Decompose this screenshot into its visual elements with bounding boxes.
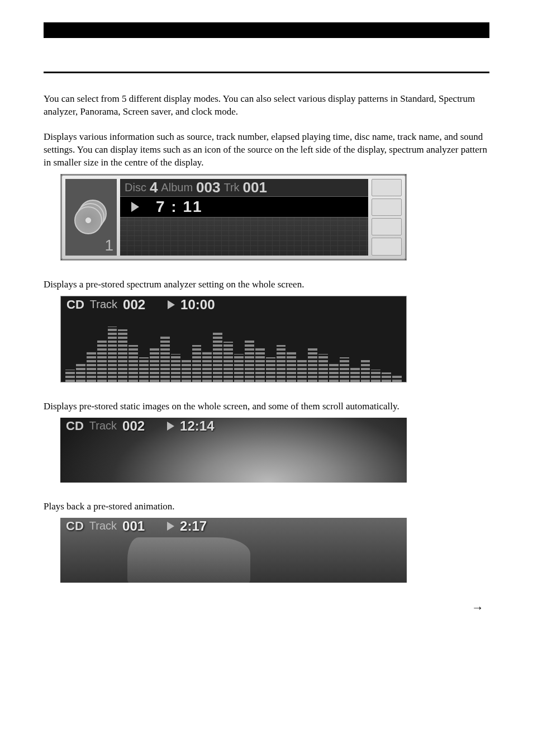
spectrum-info-row: CD Track 002 10:00 — [61, 296, 406, 313]
panorama-source: CD — [66, 419, 84, 433]
trk-label: Trk — [223, 181, 239, 194]
screensaver-desc: Plays back a pre-stored animation. — [44, 500, 489, 513]
album-value: 003 — [196, 179, 220, 196]
continue-arrow-icon: → — [44, 601, 489, 615]
standard-time-row: 7 : 11 — [120, 197, 368, 218]
spectrum-desc: Displays a pre-stored spectrum analyzer … — [44, 278, 489, 291]
panorama-track-value: 002 — [122, 418, 145, 434]
spectrum-source: CD — [66, 297, 84, 312]
cd-stack-icon — [74, 202, 108, 233]
header-black-bar — [44, 22, 489, 38]
trk-value: 001 — [243, 179, 267, 196]
play-icon — [131, 202, 139, 212]
side-box-icon — [372, 218, 402, 235]
screensaver-display-image: CD Track 001 2:17 — [60, 518, 407, 583]
intro-paragraph: You can select from 5 different display … — [44, 93, 489, 119]
album-label: Album — [161, 181, 193, 194]
screensaver-car-graphic — [127, 537, 250, 583]
panorama-display-image: CD Track 002 12:14 — [60, 418, 407, 483]
standard-left-number: 1 — [104, 237, 113, 254]
screensaver-info-row: CD Track 001 2:17 — [60, 518, 407, 535]
panorama-info-row: CD Track 002 12:14 — [60, 418, 407, 434]
standard-info-row: Disc 4 Album 003 Trk 001 — [120, 179, 368, 197]
panorama-desc: Displays pre-stored static images on the… — [44, 400, 489, 413]
play-icon — [168, 300, 175, 309]
side-box-icon — [372, 238, 402, 255]
side-box-icon — [372, 179, 402, 196]
standard-left-panel: 1 — [65, 179, 117, 256]
screensaver-time: 2:17 — [180, 518, 207, 534]
spectrum-bars — [61, 320, 406, 382]
standard-car-graphic — [120, 218, 368, 256]
play-icon — [167, 522, 174, 531]
panorama-time: 12:14 — [180, 418, 214, 434]
standard-desc: Displays various information such as sou… — [44, 131, 489, 169]
side-box-icon — [372, 199, 402, 216]
screensaver-track-value: 001 — [122, 518, 145, 534]
standard-display-image: 1 Disc 4 Album 003 Trk 001 7 : 11 — [60, 174, 407, 261]
spectrum-track-value: 002 — [123, 297, 145, 313]
standard-time: 7 : 11 — [156, 198, 203, 216]
spectrum-track-label: Track — [90, 298, 117, 311]
disc-value: 4 — [150, 179, 158, 196]
spectrum-time: 10:00 — [180, 297, 215, 313]
screensaver-track-label: Track — [89, 519, 117, 532]
disc-label: Disc — [125, 181, 146, 194]
screensaver-source: CD — [66, 519, 84, 533]
section-divider — [44, 72, 489, 73]
play-icon — [167, 422, 174, 431]
standard-right-panel — [372, 179, 402, 256]
panorama-track-label: Track — [89, 419, 117, 432]
spectrum-display-image: CD Track 002 10:00 — [60, 296, 407, 382]
